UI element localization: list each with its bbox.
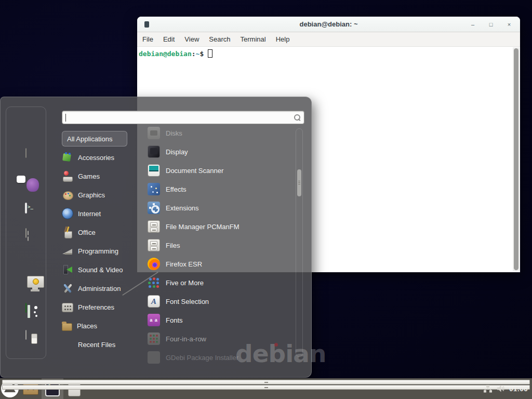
app-item-font-selection[interactable]: Font Selection xyxy=(148,292,294,311)
category-internet[interactable]: Internet xyxy=(62,204,144,223)
terminal-menubar: File Edit View Search Terminal Help xyxy=(137,32,520,47)
app-item-effects[interactable]: Effects xyxy=(148,180,294,198)
terminal-scrollbar-thumb[interactable] xyxy=(514,48,518,270)
disks-icon xyxy=(148,127,160,139)
window-title: debian@debian: ~ xyxy=(300,20,358,28)
preferences-icon xyxy=(62,303,73,312)
effects-icon xyxy=(148,183,160,195)
gdebi-icon xyxy=(148,351,160,364)
shut-down-button[interactable] xyxy=(25,330,26,340)
keyboard-icon xyxy=(25,148,26,158)
four-in-a-row-icon xyxy=(148,332,160,345)
menu-view[interactable]: View xyxy=(184,35,199,43)
app-item-extensions[interactable]: Extensions xyxy=(148,198,294,217)
gear-icon xyxy=(148,202,160,214)
graphics-icon xyxy=(62,189,73,201)
font-selection-icon xyxy=(148,295,160,308)
category-recent-files[interactable]: Recent Files xyxy=(62,335,144,354)
sound-video-icon xyxy=(62,264,73,275)
category-games[interactable]: Games xyxy=(62,167,144,185)
network-icon[interactable] xyxy=(483,384,493,393)
prompt-user-host: debian@debian xyxy=(139,50,192,58)
app-item-fonts[interactable]: Fonts xyxy=(148,311,294,329)
file-cabinet-icon xyxy=(68,381,81,396)
terminal-titlebar[interactable]: debian@debian: ~ – □ × xyxy=(137,17,520,32)
app-item-disks[interactable]: Disks xyxy=(148,124,294,142)
menu-terminal[interactable]: Terminal xyxy=(241,35,266,43)
favorites-column xyxy=(6,107,46,359)
menu-scrollbar[interactable] xyxy=(296,128,303,357)
category-programming[interactable]: Programming xyxy=(62,242,144,260)
taskbar-files-button[interactable] xyxy=(63,378,85,399)
office-icon xyxy=(62,227,73,238)
menu-search[interactable]: Search xyxy=(209,35,230,43)
administration-icon xyxy=(62,283,73,294)
app-item-file-manager-pcmanfm[interactable]: File Manager PCManFM xyxy=(148,217,294,236)
games-icon xyxy=(62,170,73,182)
app-item-firefox-esr[interactable]: Firefox ESR xyxy=(148,255,294,273)
programming-icon xyxy=(62,245,73,257)
terminal-scrollbar[interactable] xyxy=(513,47,520,271)
terminal-cursor xyxy=(208,49,212,58)
prompt-colon: : xyxy=(192,50,196,58)
search-input[interactable] xyxy=(65,114,294,122)
applications-menu: All Applications Accessories Games Graph… xyxy=(0,97,312,378)
menu-edit[interactable]: Edit xyxy=(163,35,175,43)
app-item-files[interactable]: Files xyxy=(148,236,294,255)
terminal-app-icon xyxy=(144,21,149,28)
menu-help[interactable]: Help xyxy=(276,35,290,43)
volume-icon[interactable] xyxy=(496,384,506,393)
log-out-icon xyxy=(25,303,26,313)
taskbar: 01:06 xyxy=(0,378,532,399)
file-manager-favorite-icon[interactable] xyxy=(25,229,26,238)
app-item-five-or-more[interactable]: Five or More xyxy=(148,273,294,292)
keyboard-favorite-icon[interactable] xyxy=(25,149,26,158)
clock[interactable]: 01:06 xyxy=(509,385,528,393)
folder-icon xyxy=(62,323,72,331)
debian-watermark-dot xyxy=(274,343,278,347)
app-item-document-scanner[interactable]: Document Scanner xyxy=(148,161,294,180)
menu-scrollbar-thumb[interactable] xyxy=(297,169,301,196)
minimize-button[interactable]: – xyxy=(469,17,476,32)
category-preferences[interactable]: Preferences xyxy=(62,298,144,316)
terminal-favorite-icon[interactable] xyxy=(25,204,27,213)
close-button[interactable]: × xyxy=(506,17,513,32)
category-office[interactable]: Office xyxy=(62,223,144,242)
file-cabinet-icon xyxy=(148,239,160,251)
file-cabinet-icon xyxy=(148,220,160,233)
accessories-icon xyxy=(62,152,73,163)
categories-list: All Applications Accessories Games Graph… xyxy=(62,129,144,354)
search-box[interactable] xyxy=(62,111,304,124)
scanner-icon xyxy=(148,164,160,177)
firefox-icon xyxy=(148,258,160,270)
maximize-button[interactable]: □ xyxy=(487,17,495,32)
system-tray: 01:06 xyxy=(483,378,528,399)
search-icon xyxy=(294,114,301,121)
fonts-icon xyxy=(148,314,160,326)
shut-down-icon xyxy=(25,330,26,340)
file-cabinet-icon xyxy=(25,228,26,238)
category-graphics[interactable]: Graphics xyxy=(62,185,144,204)
applications-list: Disks Display Document Scanner Effects E… xyxy=(148,124,294,367)
log-out-button[interactable] xyxy=(25,303,26,313)
category-sound-video[interactable]: Sound & Video xyxy=(62,260,144,279)
category-all-applications[interactable]: All Applications xyxy=(62,131,127,147)
app-item-display[interactable]: Display xyxy=(148,142,294,161)
globe-icon xyxy=(62,208,73,219)
category-places[interactable]: Places xyxy=(62,316,144,335)
category-accessories[interactable]: Accessories xyxy=(62,148,144,167)
menu-file[interactable]: File xyxy=(142,35,153,43)
debian-watermark: debian xyxy=(235,339,326,368)
terminal-icon xyxy=(25,203,27,214)
prompt-dollar: $ xyxy=(200,50,204,58)
display-icon xyxy=(148,145,160,158)
